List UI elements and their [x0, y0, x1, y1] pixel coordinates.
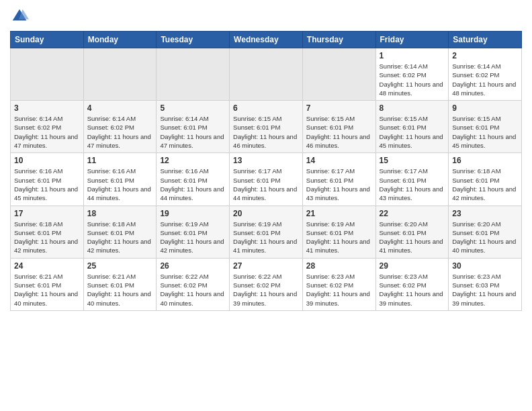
day-number: 10 [14, 156, 80, 165]
day-info: Sunrise: 6:14 AMSunset: 6:02 PMDaylight:… [14, 114, 80, 150]
day-info: Sunrise: 6:16 AMSunset: 6:01 PMDaylight:… [14, 167, 80, 202]
day-number: 18 [87, 209, 153, 218]
logo [10, 7, 32, 26]
calendar-day-cell: 15Sunrise: 6:17 AMSunset: 6:01 PMDayligh… [375, 153, 449, 205]
calendar-day-cell: 5Sunrise: 6:14 AMSunset: 6:01 PMDaylight… [157, 101, 230, 153]
header [10, 7, 522, 26]
calendar-day-cell: 12Sunrise: 6:16 AMSunset: 6:01 PMDayligh… [157, 153, 230, 205]
day-info: Sunrise: 6:23 AMSunset: 6:02 PMDaylight:… [380, 272, 445, 308]
day-info: Sunrise: 6:23 AMSunset: 6:02 PMDaylight:… [306, 272, 372, 308]
day-number: 13 [233, 156, 299, 165]
day-info: Sunrise: 6:18 AMSunset: 6:01 PMDaylight:… [452, 167, 518, 202]
weekday-header-cell: Wednesday [230, 32, 303, 48]
day-info: Sunrise: 6:15 AMSunset: 6:01 PMDaylight:… [452, 114, 518, 150]
calendar-day-cell [302, 48, 375, 101]
day-info: Sunrise: 6:18 AMSunset: 6:01 PMDaylight:… [14, 220, 80, 255]
calendar-day-cell [11, 48, 84, 101]
day-number: 12 [160, 156, 226, 165]
day-info: Sunrise: 6:19 AMSunset: 6:01 PMDaylight:… [306, 220, 372, 255]
weekday-header-cell: Tuesday [157, 32, 230, 48]
day-number: 6 [233, 103, 299, 113]
day-number: 16 [452, 156, 518, 165]
day-number: 27 [233, 261, 299, 271]
day-number: 14 [306, 156, 372, 165]
day-info: Sunrise: 6:15 AMSunset: 6:01 PMDaylight:… [306, 114, 372, 150]
calendar-day-cell: 28Sunrise: 6:23 AMSunset: 6:02 PMDayligh… [302, 258, 375, 310]
weekday-header-cell: Thursday [302, 32, 375, 48]
calendar-day-cell: 6Sunrise: 6:15 AMSunset: 6:01 PMDaylight… [230, 101, 303, 153]
calendar-week-row: 3Sunrise: 6:14 AMSunset: 6:02 PMDaylight… [11, 101, 522, 153]
calendar-day-cell: 20Sunrise: 6:19 AMSunset: 6:01 PMDayligh… [230, 205, 303, 258]
day-info: Sunrise: 6:16 AMSunset: 6:01 PMDaylight:… [87, 167, 153, 202]
day-number: 29 [380, 261, 445, 271]
calendar-day-cell: 10Sunrise: 6:16 AMSunset: 6:01 PMDayligh… [11, 153, 84, 205]
calendar-day-cell: 7Sunrise: 6:15 AMSunset: 6:01 PMDaylight… [302, 101, 375, 153]
day-info: Sunrise: 6:14 AMSunset: 6:02 PMDaylight:… [380, 62, 445, 97]
calendar-day-cell: 1Sunrise: 6:14 AMSunset: 6:02 PMDaylight… [375, 48, 449, 101]
day-info: Sunrise: 6:22 AMSunset: 6:02 PMDaylight:… [233, 272, 299, 308]
day-number: 26 [160, 261, 226, 271]
day-info: Sunrise: 6:23 AMSunset: 6:03 PMDaylight:… [452, 272, 518, 308]
calendar-body: 1Sunrise: 6:14 AMSunset: 6:02 PMDaylight… [11, 48, 522, 311]
day-info: Sunrise: 6:21 AMSunset: 6:01 PMDaylight:… [14, 272, 80, 308]
calendar-day-cell: 21Sunrise: 6:19 AMSunset: 6:01 PMDayligh… [302, 205, 375, 258]
calendar-week-row: 10Sunrise: 6:16 AMSunset: 6:01 PMDayligh… [11, 153, 522, 205]
calendar-table: SundayMondayTuesdayWednesdayThursdayFrid… [10, 31, 522, 311]
day-number: 1 [380, 51, 445, 60]
calendar-day-cell: 25Sunrise: 6:21 AMSunset: 6:01 PMDayligh… [83, 258, 157, 310]
calendar-day-cell: 26Sunrise: 6:22 AMSunset: 6:02 PMDayligh… [157, 258, 230, 310]
weekday-header-cell: Friday [375, 32, 449, 48]
day-info: Sunrise: 6:22 AMSunset: 6:02 PMDaylight:… [160, 272, 226, 308]
day-number: 8 [380, 103, 445, 113]
day-info: Sunrise: 6:14 AMSunset: 6:01 PMDaylight:… [160, 114, 226, 150]
calendar-day-cell [83, 48, 157, 101]
weekday-header-row: SundayMondayTuesdayWednesdayThursdayFrid… [11, 32, 522, 48]
calendar-day-cell: 4Sunrise: 6:14 AMSunset: 6:02 PMDaylight… [83, 101, 157, 153]
calendar-day-cell [230, 48, 303, 101]
calendar-day-cell: 27Sunrise: 6:22 AMSunset: 6:02 PMDayligh… [230, 258, 303, 310]
day-info: Sunrise: 6:15 AMSunset: 6:01 PMDaylight:… [380, 114, 445, 150]
day-info: Sunrise: 6:20 AMSunset: 6:01 PMDaylight:… [452, 220, 518, 255]
calendar-day-cell: 14Sunrise: 6:17 AMSunset: 6:01 PMDayligh… [302, 153, 375, 205]
day-number: 20 [233, 209, 299, 218]
day-info: Sunrise: 6:14 AMSunset: 6:02 PMDaylight:… [87, 114, 153, 150]
day-info: Sunrise: 6:19 AMSunset: 6:01 PMDaylight:… [233, 220, 299, 255]
calendar-day-cell: 8Sunrise: 6:15 AMSunset: 6:01 PMDaylight… [375, 101, 449, 153]
calendar-day-cell: 19Sunrise: 6:19 AMSunset: 6:01 PMDayligh… [157, 205, 230, 258]
day-info: Sunrise: 6:21 AMSunset: 6:01 PMDaylight:… [87, 272, 153, 308]
logo-icon [10, 7, 29, 26]
day-number: 22 [380, 209, 445, 218]
calendar-week-row: 1Sunrise: 6:14 AMSunset: 6:02 PMDaylight… [11, 48, 522, 101]
day-number: 3 [14, 103, 80, 113]
day-number: 21 [306, 209, 372, 218]
day-number: 25 [87, 261, 153, 271]
day-number: 19 [160, 209, 226, 218]
calendar-day-cell: 29Sunrise: 6:23 AMSunset: 6:02 PMDayligh… [375, 258, 449, 310]
calendar-day-cell: 18Sunrise: 6:18 AMSunset: 6:01 PMDayligh… [83, 205, 157, 258]
day-info: Sunrise: 6:15 AMSunset: 6:01 PMDaylight:… [233, 114, 299, 150]
day-number: 5 [160, 103, 226, 113]
calendar-day-cell: 22Sunrise: 6:20 AMSunset: 6:01 PMDayligh… [375, 205, 449, 258]
day-info: Sunrise: 6:16 AMSunset: 6:01 PMDaylight:… [160, 167, 226, 202]
day-number: 17 [14, 209, 80, 218]
weekday-header-cell: Monday [83, 32, 157, 48]
day-info: Sunrise: 6:14 AMSunset: 6:02 PMDaylight:… [452, 62, 518, 97]
calendar-week-row: 17Sunrise: 6:18 AMSunset: 6:01 PMDayligh… [11, 205, 522, 258]
calendar-week-row: 24Sunrise: 6:21 AMSunset: 6:01 PMDayligh… [11, 258, 522, 310]
day-info: Sunrise: 6:18 AMSunset: 6:01 PMDaylight:… [87, 220, 153, 255]
calendar-day-cell: 2Sunrise: 6:14 AMSunset: 6:02 PMDaylight… [449, 48, 522, 101]
day-number: 2 [452, 51, 518, 60]
calendar-day-cell: 23Sunrise: 6:20 AMSunset: 6:01 PMDayligh… [449, 205, 522, 258]
day-info: Sunrise: 6:17 AMSunset: 6:01 PMDaylight:… [306, 167, 372, 202]
day-number: 30 [452, 261, 518, 271]
calendar-day-cell [157, 48, 230, 101]
day-info: Sunrise: 6:19 AMSunset: 6:01 PMDaylight:… [160, 220, 226, 255]
day-number: 11 [87, 156, 153, 165]
day-number: 9 [452, 103, 518, 113]
day-info: Sunrise: 6:17 AMSunset: 6:01 PMDaylight:… [233, 167, 299, 202]
day-number: 28 [306, 261, 372, 271]
calendar-day-cell: 11Sunrise: 6:16 AMSunset: 6:01 PMDayligh… [83, 153, 157, 205]
calendar-day-cell: 13Sunrise: 6:17 AMSunset: 6:01 PMDayligh… [230, 153, 303, 205]
day-number: 7 [306, 103, 372, 113]
calendar-day-cell: 3Sunrise: 6:14 AMSunset: 6:02 PMDaylight… [11, 101, 84, 153]
